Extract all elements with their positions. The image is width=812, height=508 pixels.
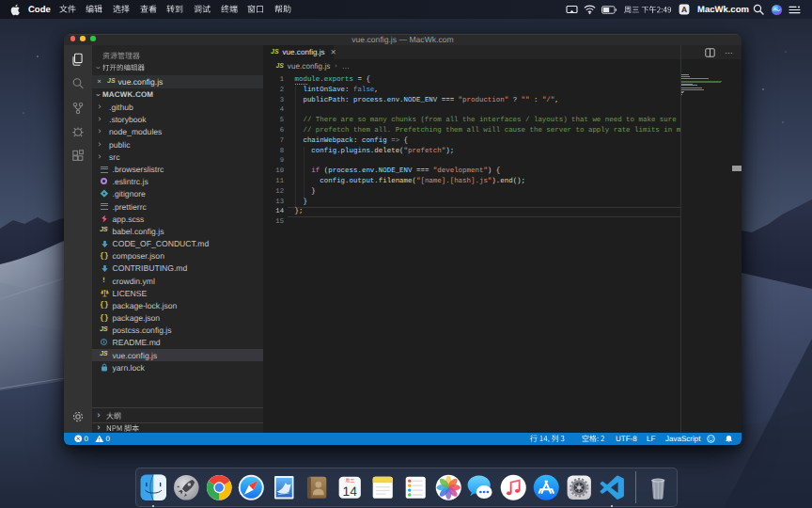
svg-text:A: A bbox=[681, 5, 687, 14]
svg-text:14: 14 bbox=[343, 484, 357, 499]
